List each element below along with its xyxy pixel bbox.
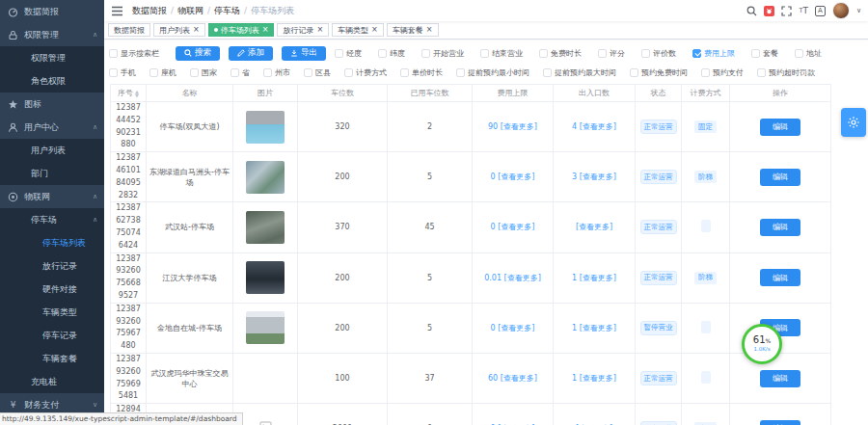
close-icon[interactable]: × [262, 26, 269, 34]
sidebar-item-parking[interactable]: 停车场 ∧ [0, 208, 104, 231]
search-button[interactable]: 搜索 [176, 46, 220, 61]
edit-button[interactable]: 编辑 [760, 269, 800, 286]
column-checkbox-reserve-free-time[interactable]: 预约免费时间 [630, 67, 688, 78]
fee-more-link[interactable]: 60 [查看更多] [473, 353, 554, 403]
tab-pass-records[interactable]: 放行记录× [277, 23, 329, 37]
sidebar-item-department[interactable]: 部门 [0, 162, 104, 185]
gates-more-link[interactable]: 4 [查看更多] [554, 102, 636, 152]
close-icon[interactable]: × [371, 26, 378, 34]
row-spots: 200 [298, 152, 388, 202]
gates-more-link[interactable]: [查看更多] [554, 202, 636, 252]
breadcrumb-item[interactable]: 数据简报 [132, 5, 167, 17]
column-checkbox-rating[interactable]: 评分 [598, 48, 625, 59]
sort-icon[interactable]: ▲▼ [135, 90, 139, 97]
column-checkbox-province[interactable]: 省 [231, 67, 250, 78]
column-checkbox-longitude[interactable]: 经度 [335, 48, 362, 59]
tab-parking-list[interactable]: 停车场列表× [208, 23, 275, 37]
breadcrumb-item[interactable]: 停车场 [214, 5, 240, 17]
gates-more-link[interactable]: 1 [查看更多] [554, 303, 636, 353]
export-button[interactable]: 导出 [282, 46, 326, 61]
gates-more-link[interactable]: [查看更多] [554, 404, 636, 425]
tab-vehicle-type[interactable]: 车辆类型× [332, 23, 384, 37]
app-root: 数据简报 权限管理 ∧ 权限管理 角色权限 图标 用户中心 ∧ 用户列表 部门 … [0, 0, 868, 425]
sidebar-item-parking-records[interactable]: 停车记录 [0, 324, 104, 347]
status-badge: 正常运营 [640, 371, 677, 385]
column-checkbox-billing-mode[interactable]: 计费方式 [344, 67, 387, 78]
gates-more-link[interactable]: 1 [查看更多] [554, 353, 636, 403]
column-checkbox-district[interactable]: 区县 [304, 67, 331, 78]
column-checkbox-open-time[interactable]: 开始营业 [421, 48, 464, 59]
fullscreen-icon[interactable] [781, 6, 792, 16]
column-checkbox-package[interactable]: 套餐 [751, 48, 778, 59]
edit-button[interactable]: 编辑 [760, 420, 800, 425]
sidebar-item-hardware-dock[interactable]: 硬件对接 [0, 278, 104, 301]
gates-more-link[interactable]: 3 [查看更多] [554, 152, 636, 202]
column-checkbox-reserve-pay[interactable]: 预约支付 [701, 67, 744, 78]
column-checkbox-free-duration[interactable]: 免费时长 [539, 48, 582, 59]
sidebar-item-permission[interactable]: 权限管理 ∧ [0, 23, 104, 46]
edit-button[interactable]: 编辑 [760, 169, 800, 186]
sidebar-item-user-list[interactable]: 用户列表 [0, 139, 104, 162]
close-icon[interactable]: × [426, 26, 433, 34]
sidebar-label: 财务支付 [24, 399, 59, 412]
tab-user-list[interactable]: 用户列表× [153, 23, 205, 37]
search-icon[interactable] [746, 6, 757, 16]
language-icon[interactable]: A [815, 6, 826, 16]
tab-dashboard[interactable]: 数据简报 [108, 23, 150, 37]
row-name: 武汉站-停车场 [147, 202, 233, 252]
sidebar-item-vehicle-type[interactable]: 车辆类型 [0, 301, 104, 324]
edit-button[interactable]: 编辑 [760, 119, 800, 136]
chevron-down-icon[interactable]: ∨ [856, 7, 861, 14]
sidebar-item-icons[interactable]: 图标 [0, 93, 104, 116]
breadcrumb-item[interactable]: 物联网 [177, 5, 203, 17]
column-checkbox-mobile[interactable]: 手机 [109, 67, 136, 78]
tab-vehicle-package[interactable]: 车辆套餐× [387, 23, 439, 37]
close-icon[interactable]: × [193, 26, 200, 34]
fee-more-link[interactable]: 0 [查看更多] [473, 202, 554, 252]
fee-more-link[interactable]: 0 [查看更多] [473, 404, 554, 425]
sidebar-item-user-center[interactable]: 用户中心 ∧ [0, 116, 104, 139]
sidebar-item-iot[interactable]: 物联网 ∧ [0, 185, 104, 208]
header-spots: 车位数 [298, 85, 388, 102]
column-checkbox-review-count[interactable]: 评价数 [641, 48, 676, 59]
gates-more-link[interactable]: 1 [查看更多] [554, 252, 636, 303]
row-photo-cell [233, 202, 298, 252]
edit-button[interactable]: 编辑 [760, 370, 800, 387]
edit-button[interactable]: 编辑 [760, 219, 800, 236]
sidebar-item-permission-manage[interactable]: 权限管理 [0, 46, 104, 69]
header-seq[interactable]: 序号▲▼ [111, 85, 147, 102]
sidebar-item-charging-pile[interactable]: 充电桩 [0, 370, 104, 393]
error-log-icon[interactable] [764, 6, 774, 16]
column-checkbox-landline[interactable]: 座机 [149, 67, 176, 78]
column-checkbox-country[interactable]: 国家 [190, 67, 217, 78]
settings-fab[interactable] [841, 108, 866, 137]
column-checkbox-min-reserve-time[interactable]: 提前预约最小时间 [456, 67, 529, 78]
column-checkbox-address[interactable]: 地址 [795, 48, 822, 59]
sidebar-item-vehicle-package[interactable]: 车辆套餐 [0, 347, 104, 370]
font-size-icon[interactable]: TT [799, 6, 807, 15]
billing-badge [701, 220, 711, 232]
hamburger-icon[interactable] [111, 6, 123, 16]
sidebar-item-role-permission[interactable]: 角色权限 [0, 69, 104, 93]
column-checkbox-unit-price[interactable]: 单价时长 [400, 67, 443, 78]
fee-more-link[interactable]: 0 [查看更多] [473, 303, 554, 353]
toggle-search-bar-checkbox[interactable]: 显示搜索栏 [109, 48, 159, 59]
fee-more-link[interactable]: 0.01 [查看更多] [473, 252, 554, 303]
close-icon[interactable]: × [316, 26, 323, 34]
tabs-bar: 数据简报 用户列表× 停车场列表× 放行记录× 车辆类型× 车辆套餐× [104, 21, 868, 40]
sidebar-item-pass-records[interactable]: 放行记录 [0, 254, 104, 278]
column-checkbox-reserve-timeout-fine[interactable]: 预约超时罚款 [757, 67, 815, 78]
add-button[interactable]: 添加 [229, 46, 273, 61]
row-photo-cell [233, 252, 298, 303]
column-checkbox-latitude[interactable]: 纬度 [378, 48, 405, 59]
network-monitor-widget[interactable]: 61% 1.0K/s [742, 324, 782, 364]
sidebar-item-dashboard[interactable]: 数据简报 [0, 0, 104, 23]
sidebar-item-parking-list[interactable]: 停车场列表 [0, 231, 104, 254]
column-checkbox-close-time[interactable]: 结束营业 [480, 48, 523, 59]
avatar[interactable] [832, 2, 850, 19]
column-checkbox-fee-cap[interactable]: 费用上限 [692, 48, 735, 59]
fee-more-link[interactable]: 0 [查看更多] [473, 152, 554, 202]
fee-more-link[interactable]: 90 [查看更多] [473, 102, 554, 152]
column-checkbox-max-reserve-time[interactable]: 提前预约最大时间 [543, 67, 616, 78]
column-checkbox-city[interactable]: 州市 [263, 67, 290, 78]
